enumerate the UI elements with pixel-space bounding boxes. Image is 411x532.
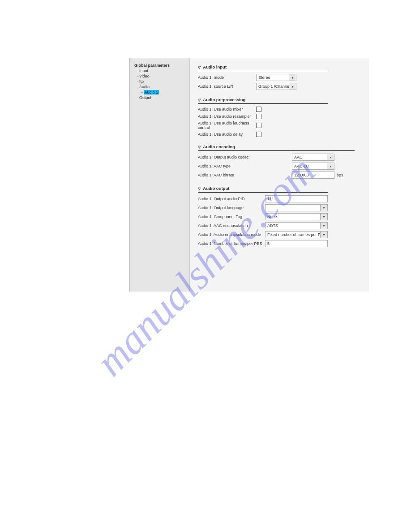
select-aactype[interactable]: AAC-LC ▼ — [292, 163, 334, 170]
input-nframes[interactable]: 5 — [265, 240, 328, 247]
select-lang[interactable]: ▼ — [265, 204, 328, 211]
select-mode-value: Stereo — [257, 75, 289, 80]
select-encap-value: ADTS — [265, 223, 320, 228]
input-pid-value: 111 — [267, 197, 274, 201]
section-title: Audio output — [203, 186, 229, 191]
input-bitrate[interactable]: 128.000 — [292, 172, 334, 179]
page: Global parameters Input Video ftp Audio … — [0, 0, 411, 532]
collapse-icon: ▽ — [198, 187, 201, 191]
select-encmode-value: Fixed number of frames per PES — [265, 232, 320, 237]
tree-item-audio[interactable]: Audio — [133, 84, 187, 90]
dropdown-arrow-icon: ▼ — [289, 83, 296, 90]
row-mode: Audio 1: mode Stereo ▼ — [198, 74, 365, 81]
row-encmode: Audio 1: Audio encapsulation mode Fixed … — [198, 231, 365, 238]
checkbox-loudness[interactable] — [256, 123, 261, 128]
row-comp: Audio 1: Component Tag None ▼ — [198, 213, 365, 220]
select-mode[interactable]: Stereo ▼ — [256, 74, 296, 81]
unit-bitrate: bps — [337, 173, 343, 177]
row-delay: Audio 1: Use audio delay — [198, 132, 365, 137]
section-audio-encoding: ▽ Audio encoding Audio 1: Output audio c… — [198, 144, 365, 179]
tree-item-video[interactable]: Video — [133, 73, 187, 79]
sidebar-tree: Global parameters Input Video ftp Audio … — [130, 58, 190, 292]
tree-item-input[interactable]: Input — [133, 68, 187, 73]
section-header-audio-encoding[interactable]: ▽ Audio encoding — [198, 144, 355, 151]
tree-item-ftp[interactable]: ftp — [133, 79, 187, 84]
dropdown-arrow-icon: ▼ — [289, 74, 296, 81]
select-aactype-value: AAC-LC — [292, 164, 327, 168]
label-source: Audio 1: source L/R — [198, 84, 256, 89]
main-content: ▽ Audio input Audio 1: mode Stereo ▼ Aud… — [190, 58, 369, 292]
label-mixer: Audio 1: Use audio mixer — [198, 107, 256, 112]
section-title: Audio preprocessing — [203, 97, 245, 102]
dropdown-arrow-icon: ▼ — [327, 154, 334, 160]
input-pid[interactable]: 111 — [265, 195, 328, 202]
checkbox-delay[interactable] — [256, 132, 261, 137]
checkbox-mixer[interactable] — [256, 107, 261, 112]
label-nframes: Audio 1: Number of frames per PES — [198, 241, 265, 246]
label-encmode: Audio 1: Audio encapsulation mode — [198, 232, 265, 237]
section-header-audio-input[interactable]: ▽ Audio input — [198, 64, 328, 71]
dropdown-arrow-icon: ▼ — [320, 232, 327, 238]
label-resampler: Audio 1: Use audio resampler — [198, 114, 256, 119]
row-nframes: Audio 1: Number of frames per PES 5 — [198, 240, 365, 247]
tree-item-audio1[interactable]: Audio 1 — [133, 90, 187, 95]
select-comp-value: None — [265, 215, 320, 219]
dropdown-arrow-icon: ▼ — [327, 163, 334, 169]
row-aactype: Audio 1: AAC type AAC-LC ▼ — [198, 163, 365, 170]
section-header-audio-preproc[interactable]: ▽ Audio preprocessing — [198, 97, 328, 104]
collapse-icon: ▽ — [198, 98, 201, 102]
row-codec: Audio 1: Output audio codec AAC ▼ — [198, 154, 365, 161]
label-encap: Audio 1: AAC encapsulation — [198, 223, 265, 228]
input-bitrate-value: 128.000 — [294, 173, 309, 177]
settings-panel: Global parameters Input Video ftp Audio … — [129, 58, 369, 292]
dropdown-arrow-icon: ▼ — [320, 214, 327, 220]
input-nframes-value: 5 — [267, 241, 270, 246]
label-codec: Audio 1: Output audio codec — [198, 155, 292, 159]
row-resampler: Audio 1: Use audio resampler — [198, 114, 365, 119]
row-mixer: Audio 1: Use audio mixer — [198, 107, 365, 112]
section-title: Audio input — [203, 64, 227, 69]
row-source: Audio 1: source L/R Group 1 /Channel 1 ▼ — [198, 83, 365, 90]
dropdown-arrow-icon: ▼ — [320, 205, 327, 211]
tree-root[interactable]: Global parameters — [133, 63, 187, 68]
row-lang: Audio 1: Output language ▼ — [198, 204, 365, 211]
label-pid: Audio 1: Output audio PID — [198, 197, 265, 201]
section-audio-output: ▽ Audio output Audio 1: Output audio PID… — [198, 186, 365, 247]
label-comp: Audio 1: Component Tag — [198, 215, 265, 219]
select-codec-value: AAC — [292, 155, 327, 159]
row-bitrate: Audio 1: AAC bitrate 128.000 bps — [198, 172, 365, 179]
dropdown-arrow-icon: ▼ — [320, 223, 327, 229]
select-encmode[interactable]: Fixed number of frames per PES ▼ — [265, 231, 328, 238]
row-encap: Audio 1: AAC encapsulation ADTS ▼ — [198, 222, 365, 229]
collapse-icon: ▽ — [198, 145, 201, 149]
section-audio-input: ▽ Audio input Audio 1: mode Stereo ▼ Aud… — [198, 64, 365, 90]
label-bitrate: Audio 1: AAC bitrate — [198, 173, 292, 177]
tree-item-output[interactable]: Output — [133, 95, 187, 100]
row-pid: Audio 1: Output audio PID 111 — [198, 195, 365, 202]
select-source-value: Group 1 /Channel 1 — [257, 84, 289, 89]
section-title: Audio encoding — [203, 144, 235, 149]
checkbox-resampler[interactable] — [256, 114, 261, 119]
select-encap[interactable]: ADTS ▼ — [265, 222, 328, 229]
label-delay: Audio 1: Use audio delay — [198, 132, 256, 137]
select-source[interactable]: Group 1 /Channel 1 ▼ — [256, 83, 296, 90]
label-lang: Audio 1: Output language — [198, 206, 265, 210]
label-mode: Audio 1: mode — [198, 75, 256, 80]
label-aactype: Audio 1: AAC type — [198, 164, 292, 168]
tree-item-audio1-label: Audio 1 — [144, 90, 159, 94]
select-comp[interactable]: None ▼ — [265, 213, 328, 220]
section-audio-preproc: ▽ Audio preprocessing Audio 1: Use audio… — [198, 97, 365, 137]
collapse-icon: ▽ — [198, 65, 201, 69]
section-header-audio-output[interactable]: ▽ Audio output — [198, 186, 328, 193]
label-loudness: Audio 1: Use audio loudness control — [198, 121, 256, 130]
select-codec[interactable]: AAC ▼ — [292, 154, 334, 161]
row-loudness: Audio 1: Use audio loudness control — [198, 121, 365, 130]
